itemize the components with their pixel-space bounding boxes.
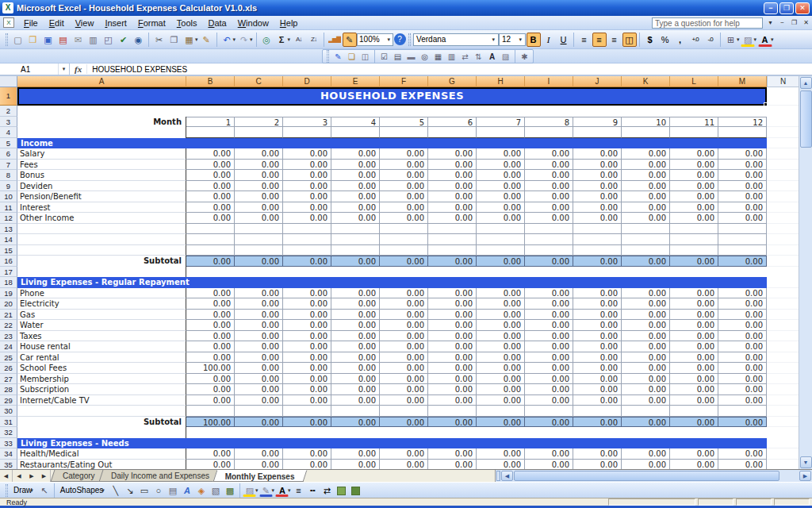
- sort-descending-icon[interactable]: Z↓: [307, 33, 321, 47]
- cell-H15[interactable]: [477, 245, 525, 256]
- cell-M28[interactable]: 0.00: [718, 384, 767, 395]
- row-header-24[interactable]: 24: [0, 341, 17, 352]
- cell-A24[interactable]: House rental: [17, 341, 186, 352]
- insert-function-icon[interactable]: fx: [70, 64, 87, 74]
- cell-K16[interactable]: 0.00: [622, 256, 670, 267]
- cell-I28[interactable]: 0.00: [525, 384, 573, 395]
- zoom-select[interactable]: 100% ▾: [357, 33, 393, 46]
- cell-L21[interactable]: 0.00: [670, 310, 718, 321]
- cell-K28[interactable]: 0.00: [622, 384, 670, 395]
- cell-M22[interactable]: 0.00: [718, 320, 767, 331]
- cell-C9[interactable]: 0.00: [235, 181, 283, 192]
- cell-C24[interactable]: 0.00: [235, 341, 283, 352]
- cell-F22[interactable]: 0.00: [380, 320, 428, 331]
- row-header-32[interactable]: 32: [0, 427, 17, 438]
- cell-B22[interactable]: 0.00: [186, 320, 235, 331]
- cell-I21[interactable]: 0.00: [525, 310, 573, 321]
- menu-tools[interactable]: Tools: [171, 17, 203, 29]
- cell-D9[interactable]: 0.00: [283, 181, 331, 192]
- bold-button[interactable]: B: [527, 33, 541, 47]
- cell-E20[interactable]: 0.00: [331, 298, 380, 310]
- cell-E8[interactable]: 0.00: [331, 170, 380, 181]
- cell-A7[interactable]: Fees: [17, 160, 186, 171]
- section-header-cell[interactable]: Living Expenses - Needs: [17, 438, 767, 449]
- cell-H35[interactable]: 0.00: [477, 460, 525, 470]
- cell-N18[interactable]: [767, 277, 799, 288]
- fill-color-icon[interactable]: ▨: [741, 33, 755, 47]
- cell-D34[interactable]: 0.00: [283, 448, 331, 460]
- text-box-icon[interactable]: ▤: [166, 484, 179, 497]
- cell-H10[interactable]: 0.00: [477, 191, 525, 202]
- cell-H9[interactable]: 0.00: [477, 181, 525, 192]
- cell-D23[interactable]: 0.00: [283, 331, 331, 342]
- cell-K4[interactable]: [622, 127, 670, 138]
- cell-K19[interactable]: 0.00: [622, 288, 670, 299]
- combo-box-icon[interactable]: ▦: [432, 51, 445, 63]
- label-control-icon[interactable]: A: [486, 51, 499, 63]
- cell-H6[interactable]: 0.00: [477, 148, 525, 160]
- cell-E21[interactable]: 0.00: [331, 310, 380, 321]
- cell-N16[interactable]: [767, 256, 799, 267]
- cell-F4[interactable]: [380, 127, 428, 138]
- cell-G3[interactable]: 6: [428, 117, 477, 128]
- insert-picture-icon[interactable]: ▩: [223, 484, 236, 497]
- cell-A34[interactable]: Health/Medical: [17, 448, 186, 460]
- cell-B7[interactable]: 0.00: [186, 160, 235, 171]
- cell-L19[interactable]: 0.00: [670, 288, 718, 299]
- previous-sheet-icon[interactable]: ◀: [13, 470, 25, 482]
- cell-E4[interactable]: [331, 127, 380, 138]
- properties-icon[interactable]: ◫: [359, 51, 372, 63]
- cell-J24[interactable]: 0.00: [573, 341, 622, 352]
- cell-B9[interactable]: 0.00: [186, 181, 235, 192]
- cell-C15[interactable]: [235, 245, 283, 256]
- cell-E15[interactable]: [331, 245, 380, 256]
- sort-ascending-icon[interactable]: A↓: [292, 33, 306, 47]
- cell-F10[interactable]: 0.00: [380, 191, 428, 202]
- cell-A30[interactable]: [17, 406, 186, 417]
- cell-D27[interactable]: 0.00: [283, 374, 331, 385]
- merged-title-cell[interactable]: HOUSEHOLD EXPENSES: [17, 87, 767, 106]
- cell-I19[interactable]: 0.00: [525, 288, 573, 299]
- cell-E10[interactable]: 0.00: [331, 191, 380, 202]
- cell-C19[interactable]: 0.00: [235, 288, 283, 299]
- row-header-33[interactable]: 33: [0, 438, 17, 449]
- cell-L7[interactable]: 0.00: [670, 160, 718, 171]
- cell-D15[interactable]: [283, 245, 331, 256]
- cell-D22[interactable]: 0.00: [283, 320, 331, 331]
- cell-A17[interactable]: [17, 267, 186, 278]
- cell-C31[interactable]: 0.00: [235, 417, 283, 428]
- cell-L9[interactable]: 0.00: [670, 181, 718, 192]
- cell-I24[interactable]: 0.00: [525, 341, 573, 352]
- vertical-scrollbar[interactable]: ▲ ▼: [799, 76, 812, 469]
- save-icon[interactable]: ▣: [41, 33, 56, 47]
- cell-L30[interactable]: [670, 406, 718, 417]
- cell-B27[interactable]: 0.00: [186, 374, 235, 385]
- cell-G21[interactable]: 0.00: [428, 310, 477, 321]
- cell-K29[interactable]: 0.00: [622, 395, 670, 406]
- help-question-input[interactable]: Type a question for help: [652, 17, 763, 29]
- cell-M7[interactable]: 0.00: [718, 160, 767, 171]
- cell-C26[interactable]: 0.00: [235, 363, 283, 374]
- shadow-style-icon[interactable]: [335, 484, 348, 497]
- rectangle-tool-icon[interactable]: ▭: [137, 484, 151, 497]
- cell-J22[interactable]: 0.00: [573, 320, 622, 331]
- row-header-27[interactable]: 27: [0, 374, 17, 385]
- cell-C12[interactable]: 0.00: [235, 213, 283, 224]
- column-header-N[interactable]: N: [767, 76, 799, 87]
- cell-A3[interactable]: Month: [17, 117, 186, 128]
- cell-I25[interactable]: 0.00: [525, 352, 573, 364]
- cell-G22[interactable]: 0.00: [428, 320, 477, 331]
- cell-C7[interactable]: 0.00: [235, 160, 283, 171]
- cell-C28[interactable]: 0.00: [235, 384, 283, 395]
- cell-M20[interactable]: 0.00: [718, 298, 767, 310]
- row-header-10[interactable]: 10: [0, 191, 17, 202]
- cell-I20[interactable]: 0.00: [525, 298, 573, 310]
- format-painter-icon[interactable]: ✎: [199, 33, 213, 47]
- scroll-up-icon[interactable]: ▲: [800, 77, 812, 89]
- workbook-restore-icon[interactable]: ❐: [789, 18, 799, 28]
- cell-I11[interactable]: 0.00: [525, 202, 573, 214]
- cell-C21[interactable]: 0.00: [235, 310, 283, 321]
- cell-E13[interactable]: [331, 224, 380, 235]
- cell-K12[interactable]: 0.00: [622, 213, 670, 224]
- cell-E16[interactable]: 0.00: [331, 256, 380, 267]
